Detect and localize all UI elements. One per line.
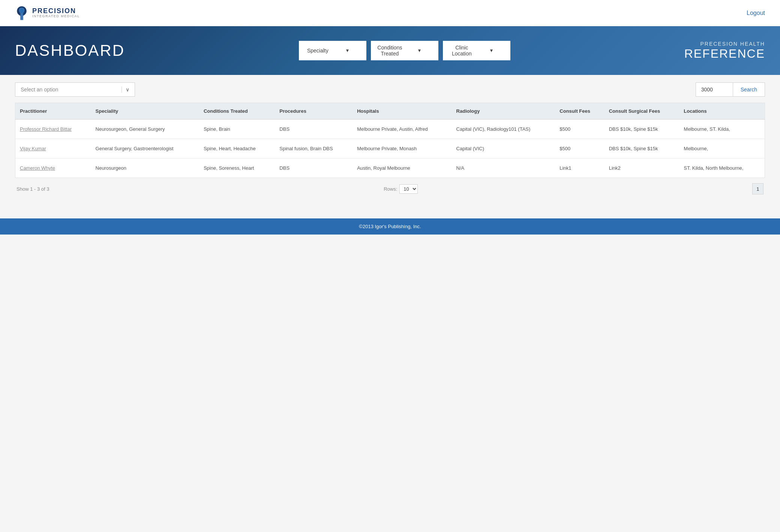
specialty-arrow-icon: ▼ <box>334 48 360 53</box>
dashboard-title: DASHBOARD <box>15 42 125 60</box>
copyright-text: ©2013 Igor's Publishing, Inc. <box>359 224 421 229</box>
logo-area: PRECISION INTEGRATED MEDICAL <box>15 6 80 21</box>
cell-speciality-2: Neurosurgeon <box>91 158 199 178</box>
logo-sub: INTEGRATED MEDICAL <box>32 15 80 18</box>
col-consult-fees: Consult Fees <box>555 103 604 120</box>
cell-hospitals-2: Austin, Royal Melbourne <box>352 158 452 178</box>
specialty-filter[interactable]: Specialty ▼ <box>299 41 366 60</box>
dashboard-banner: DASHBOARD Specialty ▼ Conditions Treated… <box>0 26 780 75</box>
data-table: Practitioner Speciality Conditions Treat… <box>15 103 765 178</box>
cell-consult_fees-2: Link1 <box>555 158 604 178</box>
table-header-row: Practitioner Speciality Conditions Treat… <box>15 103 765 120</box>
banner-left: DASHBOARD <box>15 42 125 60</box>
rows-select[interactable]: 10 25 50 <box>399 184 418 194</box>
practitioner-link-0[interactable]: Professor Richard Bittar <box>20 126 72 132</box>
cell-consult_fees-0: $500 <box>555 120 604 139</box>
search-number-input[interactable] <box>696 82 733 97</box>
top-header: PRECISION INTEGRATED MEDICAL Logout <box>0 0 780 26</box>
col-radiology: Radiology <box>452 103 555 120</box>
cell-speciality-1: General Surgery, Gastroenterologist <box>91 139 199 158</box>
conditions-filter-label: Conditions Treated <box>377 45 403 57</box>
table-row: Cameron WhyteNeurosurgeonSpine, Soreness… <box>15 158 765 178</box>
cell-locations-1: Melbourne, <box>679 139 765 158</box>
col-consult-surgical-fees: Consult Surgical Fees <box>604 103 680 120</box>
cell-hospitals-0: Melbourne Private, Austin, Alfred <box>352 120 452 139</box>
cell-practitioner-2: Cameron Whyte <box>15 158 91 178</box>
location-arrow-icon: ▼ <box>478 48 504 53</box>
location-filter-label: Clinic Location <box>449 45 475 57</box>
site-footer: ©2013 Igor's Publishing, Inc. <box>0 218 780 235</box>
specialty-filter-label: Specialty <box>305 48 331 54</box>
col-practitioner: Practitioner <box>15 103 91 120</box>
col-locations: Locations <box>679 103 765 120</box>
cell-consult_surgical_fees-1: DBS $10k, Spine $15k <box>604 139 680 158</box>
banner-filters: Specialty ▼ Conditions Treated ▼ Clinic … <box>299 41 510 60</box>
cell-locations-0: Melbourne, ST. Kilda, <box>679 120 765 139</box>
cell-consult_surgical_fees-2: Link2 <box>604 158 680 178</box>
page-1-button[interactable]: 1 <box>752 183 764 194</box>
table-footer: Show 1 - 3 of 3 Rows: 10 25 50 1 <box>15 178 765 200</box>
cell-practitioner-0: Professor Richard Bittar <box>15 120 91 139</box>
logo-precision: PRECISION <box>32 7 80 15</box>
show-label: Show 1 - 3 of 3 <box>16 186 49 192</box>
cell-procedures-0: DBS <box>275 120 352 139</box>
cell-speciality-0: Neurosurgeon, General Surgery <box>91 120 199 139</box>
banner-right: PRECESION HEALTH REFERENCE <box>684 41 765 61</box>
conditions-filter[interactable]: Conditions Treated ▼ <box>371 41 438 60</box>
svg-point-0 <box>20 8 24 13</box>
select-option-wrapper[interactable]: Select an option ∨ <box>15 82 135 97</box>
table-row: Professor Richard BittarNeurosurgeon, Ge… <box>15 120 765 139</box>
search-bar: Select an option ∨ Search <box>15 82 765 97</box>
location-filter[interactable]: Clinic Location ▼ <box>443 41 510 60</box>
cell-consult_surgical_fees-0: DBS $10k, Spine $15k <box>604 120 680 139</box>
cell-procedures-2: DBS <box>275 158 352 178</box>
cell-practitioner-1: Vijay Kumar <box>15 139 91 158</box>
logout-button[interactable]: Logout <box>747 10 765 16</box>
cell-radiology-2: N/A <box>452 158 555 178</box>
cell-conditions-0: Spine, Brain <box>199 120 275 139</box>
practitioner-link-1[interactable]: Vijay Kumar <box>20 146 46 151</box>
select-option-text: Select an option <box>21 87 118 93</box>
reference-title: REFERENCE <box>684 47 765 61</box>
select-chevron-icon: ∨ <box>122 87 129 93</box>
cell-consult_fees-1: $500 <box>555 139 604 158</box>
reference-label: PRECESION HEALTH <box>684 41 765 47</box>
pagination: 1 <box>752 183 764 194</box>
cell-procedures-1: Spinal fusion, Brain DBS <box>275 139 352 158</box>
cell-radiology-0: Capital (VIC), Radiology101 (TAS) <box>452 120 555 139</box>
col-conditions: Conditions Treated <box>199 103 275 120</box>
practitioner-link-2[interactable]: Cameron Whyte <box>20 165 55 171</box>
cell-locations-2: ST. Kilda, North Melbourne, <box>679 158 765 178</box>
search-button[interactable]: Search <box>733 82 765 97</box>
main-content: Select an option ∨ Search Practitioner S… <box>0 75 780 211</box>
cell-radiology-1: Capital (VIC) <box>452 139 555 158</box>
logo-text: PRECISION INTEGRATED MEDICAL <box>32 7 80 19</box>
cell-hospitals-1: Melbourne Private, Monash <box>352 139 452 158</box>
cell-conditions-2: Spine, Soreness, Heart <box>199 158 275 178</box>
conditions-arrow-icon: ▼ <box>406 48 432 53</box>
col-hospitals: Hospitals <box>352 103 452 120</box>
cell-conditions-1: Spine, Heart, Headache <box>199 139 275 158</box>
logo-icon <box>15 6 28 21</box>
col-speciality: Speciality <box>91 103 199 120</box>
table-row: Vijay KumarGeneral Surgery, Gastroentero… <box>15 139 765 158</box>
rows-selector: Rows: 10 25 50 <box>384 184 418 194</box>
rows-label: Rows: <box>384 186 397 192</box>
col-procedures: Procedures <box>275 103 352 120</box>
